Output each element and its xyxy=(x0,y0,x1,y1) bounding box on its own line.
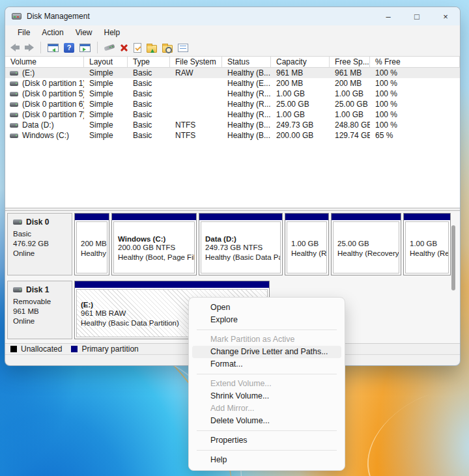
open-folder-icon[interactable] xyxy=(147,45,157,53)
menu-view[interactable]: View xyxy=(70,28,98,37)
table-row[interactable]: (Disk 0 partition 6) Simple Basic Health… xyxy=(5,99,460,109)
wallpaper-ribbon xyxy=(350,365,469,476)
table-row[interactable]: (Disk 0 partition 1) Simple Basic Health… xyxy=(5,78,460,89)
menu-file[interactable]: File xyxy=(12,28,36,37)
delete-volume-icon[interactable] xyxy=(120,44,128,52)
cell-free: 129.74 GB xyxy=(330,131,370,140)
table-row[interactable]: Windows (C:) Simple Basic NTFS Healthy (… xyxy=(5,130,460,141)
menu-action[interactable]: Action xyxy=(36,28,69,37)
disk0-label: Disk 0 xyxy=(26,217,49,227)
cell-free: 1.00 GB xyxy=(330,89,370,98)
menu-separator xyxy=(197,374,337,374)
primary-partition-strip xyxy=(404,214,450,220)
unallocated-label: Unallocated xyxy=(21,344,62,354)
partition-recovery-3[interactable]: 1.00 GB Healthy (Rec xyxy=(403,213,451,275)
menu-item-open[interactable]: Open xyxy=(192,301,341,314)
col-volume[interactable]: Volume xyxy=(5,57,84,67)
volume-name: (E:) xyxy=(22,68,35,77)
titlebar[interactable]: Disk Management – □ × xyxy=(5,7,460,25)
cell-status: Healthy (E... xyxy=(222,79,271,88)
volume-icon xyxy=(10,113,18,117)
table-row[interactable]: (E:) Simple Basic RAW Healthy (B... 961 … xyxy=(5,68,460,78)
primary-partition-strip xyxy=(75,214,109,220)
col-pct-free[interactable]: % Free xyxy=(370,57,460,67)
menu-item-format[interactable]: Format... xyxy=(192,358,341,371)
menu-item-extend-volume: Extend Volume... xyxy=(192,378,341,390)
menu-item-delete-volume[interactable]: Delete Volume... xyxy=(192,415,341,427)
primary-partition-strip xyxy=(285,214,328,220)
cell-status: Healthy (B... xyxy=(222,120,271,130)
cell-pct: 100 % xyxy=(370,68,460,77)
cell-fs: NTFS xyxy=(170,131,222,140)
volume-icon xyxy=(10,133,18,138)
help-icon[interactable] xyxy=(64,43,74,53)
properties-icon[interactable] xyxy=(178,44,188,52)
cell-type: Basic xyxy=(128,110,170,119)
desktop-wallpaper: Disk Management – □ × File Action View H… xyxy=(0,0,469,476)
menu-separator xyxy=(197,430,337,431)
partition-efi[interactable]: 200 MB Healthy xyxy=(74,213,109,275)
mark-active-icon[interactable] xyxy=(134,43,141,53)
forward-icon[interactable] xyxy=(25,44,34,51)
volume-icon xyxy=(10,92,18,96)
volume-name: Windows (C:) xyxy=(22,131,69,140)
back-icon[interactable] xyxy=(10,44,20,51)
table-row[interactable]: (Disk 0 partition 5) Simple Basic Health… xyxy=(5,89,460,99)
rescan-disks-icon[interactable] xyxy=(104,44,115,51)
primary-partition-strip xyxy=(112,214,196,220)
volume-icon xyxy=(10,71,18,76)
primary-partition-strip xyxy=(199,214,282,220)
cell-capacity: 249.73 GB xyxy=(271,120,330,130)
explore-folder-icon[interactable] xyxy=(162,45,173,53)
partition-recovery-2[interactable]: 25.00 GB Healthy (Recovery xyxy=(331,213,401,275)
partition-recovery-1[interactable]: 1.00 GB Healthy (Re xyxy=(285,213,329,275)
close-button[interactable]: × xyxy=(431,7,460,25)
disk1-label: Disk 1 xyxy=(26,285,49,294)
table-row[interactable]: (Disk 0 partition 7) Simple Basic Health… xyxy=(5,109,460,120)
volume-name: (Disk 0 partition 1) xyxy=(22,79,84,88)
cell-pct: 65 % xyxy=(370,131,460,140)
cell-type: Basic xyxy=(128,79,170,88)
context-menu: Open Explore Mark Partition as Active Ch… xyxy=(188,297,345,471)
disk-icon xyxy=(13,219,22,225)
menu-item-explore[interactable]: Explore xyxy=(192,314,341,326)
cell-status: Healthy (B... xyxy=(222,131,271,140)
menu-item-change-drive-letter[interactable]: Change Drive Letter and Paths... xyxy=(192,346,341,358)
table-row[interactable]: Data (D:) Simple Basic NTFS Healthy (B..… xyxy=(5,120,460,130)
col-capacity[interactable]: Capacity xyxy=(271,57,330,67)
menu-item-shrink-volume[interactable]: Shrink Volume... xyxy=(192,390,341,402)
menu-item-help[interactable]: Help xyxy=(192,454,341,466)
menu-item-mark-partition-active: Mark Partition as Active xyxy=(192,333,341,346)
show-action-pane-icon[interactable] xyxy=(79,44,91,52)
volume-name: (Disk 0 partition 7) xyxy=(22,110,84,119)
cell-layout: Simple xyxy=(84,100,128,109)
toolbar xyxy=(5,39,460,57)
menu-item-properties[interactable]: Properties xyxy=(192,434,341,447)
partition-data-d[interactable]: Data (D:) 249.73 GB NTFS Healthy (Basic … xyxy=(199,213,283,275)
menu-help[interactable]: Help xyxy=(98,28,126,37)
col-status[interactable]: Status xyxy=(222,57,271,67)
disk0-header[interactable]: Disk 0 Basic 476.92 GB Online xyxy=(7,213,72,275)
cell-free: 248.80 GB xyxy=(330,120,370,130)
col-file-system[interactable]: File System xyxy=(170,57,222,67)
disk1-header[interactable]: Disk 1 Removable 961 MB Online xyxy=(7,281,72,339)
menu-separator xyxy=(197,329,337,330)
menubar: File Action View Help xyxy=(5,25,460,39)
maximize-button[interactable]: □ xyxy=(403,7,431,25)
col-layout[interactable]: Layout xyxy=(84,57,128,67)
disk0-type: Basic xyxy=(13,229,72,239)
vertical-scrollbar[interactable] xyxy=(451,225,455,290)
partition-windows-c[interactable]: Windows (C:) 200.00 GB NTFS Healthy (Boo… xyxy=(111,213,197,275)
window-title: Disk Management xyxy=(27,12,90,21)
unallocated-swatch xyxy=(10,346,17,352)
minimize-button[interactable]: – xyxy=(374,7,403,25)
cell-free: 200 MB xyxy=(330,79,370,88)
cell-type: Basic xyxy=(128,89,170,98)
col-type[interactable]: Type xyxy=(128,57,170,67)
col-free-space[interactable]: Free Sp... xyxy=(330,57,370,67)
primary-partition-swatch xyxy=(71,346,78,352)
show-console-tree-icon[interactable] xyxy=(48,44,59,52)
disk0-size: 476.92 GB xyxy=(13,239,72,249)
primary-partition-strip xyxy=(75,281,269,288)
cell-fs: RAW xyxy=(170,68,222,77)
